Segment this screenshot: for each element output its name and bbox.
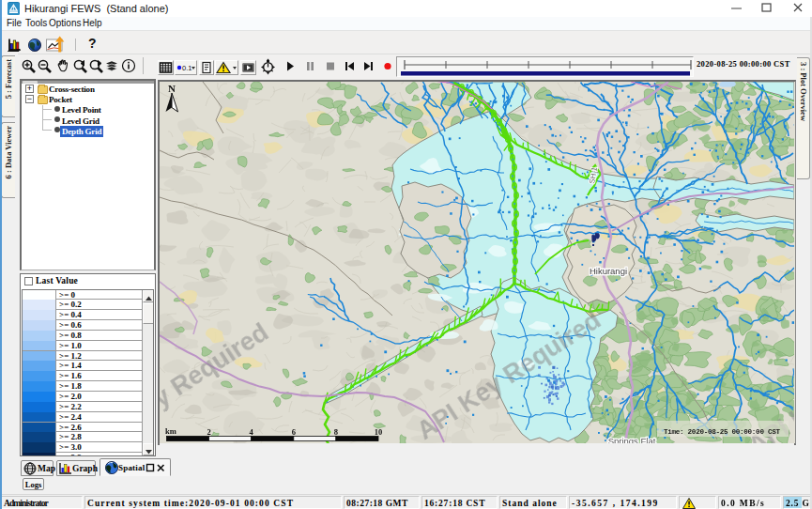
svg-text:N: N xyxy=(168,83,176,94)
svg-text:8: 8 xyxy=(334,427,338,437)
svg-text:Hikurangi: Hikurangi xyxy=(590,266,627,276)
svg-text:10: 10 xyxy=(375,427,383,437)
svg-text:2: 2 xyxy=(207,427,210,437)
svg-text:km: km xyxy=(165,426,176,436)
svg-text:0.1: 0.1 xyxy=(182,64,192,72)
svg-text:Time: 2020-08-25 00:00:00 CST: Time: 2020-08-25 00:00:00 CST xyxy=(664,428,780,436)
svg-text:4: 4 xyxy=(250,427,254,437)
svg-text:Springs Flat: Springs Flat xyxy=(608,436,656,443)
svg-text:6: 6 xyxy=(292,427,296,437)
